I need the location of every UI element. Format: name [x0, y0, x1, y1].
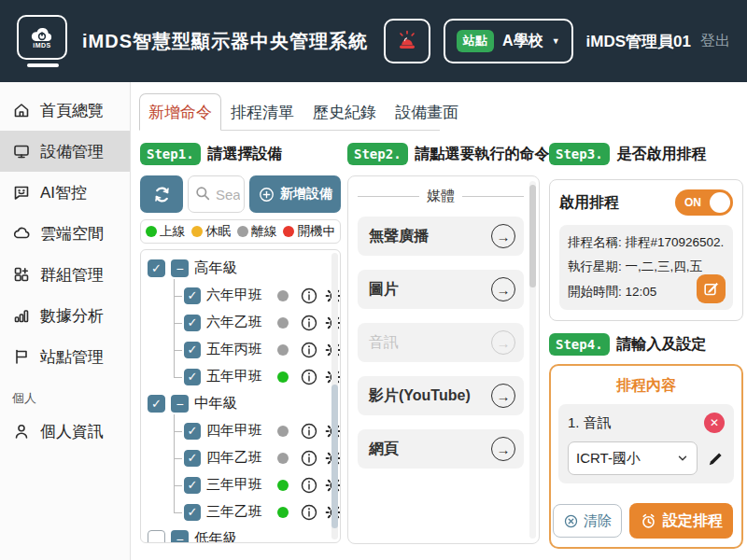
- schedule-content-card: 排程內容 1. 音訊 ICRT-國小: [549, 364, 743, 549]
- pencil-square-icon: [702, 280, 720, 298]
- command-youtube-video[interactable]: 影片(YouTube): [358, 376, 524, 415]
- sidebar-item-groups[interactable]: 群組管理: [0, 254, 130, 295]
- arrow-right-icon: [491, 330, 515, 355]
- media-category-divider: 媒體: [358, 188, 524, 205]
- step4-title: 請輸入及設定: [617, 335, 707, 355]
- device-row: 四年甲班: [174, 417, 325, 444]
- info-icon[interactable]: [300, 368, 318, 386]
- site-selector[interactable]: 站點 A學校: [444, 19, 572, 63]
- step2-header: Step2. 請點選要執行的命令: [347, 140, 540, 168]
- tree-scroll-thumb[interactable]: [331, 385, 338, 528]
- device-name: 四年甲班: [206, 422, 272, 440]
- command-label: 網頁: [369, 440, 491, 459]
- tab-schedule-list[interactable]: 排程清單: [221, 93, 303, 131]
- clear-button[interactable]: 清除: [553, 504, 622, 538]
- legend-booting: 開機中: [283, 223, 335, 240]
- status-dot: [277, 426, 289, 437]
- sidebar: 首頁總覽 設備管理 AI智控 雲端空間 群組管理: [0, 82, 131, 560]
- status-dot: [283, 226, 294, 237]
- device-checkbox[interactable]: [184, 315, 201, 331]
- device-checkbox[interactable]: [184, 287, 201, 304]
- step2-title: 請點選要執行的命令: [416, 145, 550, 164]
- group-checkbox[interactable]: [148, 259, 165, 277]
- command-silent-broadcast[interactable]: 無聲廣播: [358, 217, 524, 256]
- device-checkbox[interactable]: [184, 369, 201, 385]
- device-name: 六年乙班: [206, 314, 272, 331]
- tab-history[interactable]: 歷史紀錄: [303, 93, 386, 131]
- device-checkbox[interactable]: [184, 342, 201, 358]
- set-schedule-button[interactable]: 設定排程: [629, 503, 733, 539]
- logo-text: iMDS: [33, 42, 51, 49]
- arrow-right-icon[interactable]: [491, 437, 515, 461]
- logo-box: iMDS: [17, 15, 67, 60]
- arrow-right-icon[interactable]: [491, 224, 515, 248]
- collapse-minus-icon[interactable]: [171, 530, 189, 543]
- logout-link[interactable]: 登出: [700, 32, 730, 51]
- device-checkbox[interactable]: [184, 450, 201, 467]
- sidebar-item-cloud[interactable]: 雲端空間: [0, 213, 130, 254]
- refresh-button[interactable]: [140, 175, 183, 213]
- arrow-right-icon[interactable]: [491, 277, 515, 301]
- edit-pencil-icon[interactable]: [707, 450, 725, 468]
- info-icon[interactable]: [300, 422, 318, 441]
- group-checkbox[interactable]: [148, 530, 165, 543]
- device-checkbox[interactable]: [184, 423, 201, 440]
- sidebar-item-ai[interactable]: AI智控: [0, 172, 130, 213]
- info-icon[interactable]: [300, 503, 318, 522]
- tab-device-screens[interactable]: 設備畫面: [386, 93, 468, 131]
- device-name: 三年乙班: [206, 503, 272, 521]
- sidebar-item-sites[interactable]: 站點管理: [0, 336, 130, 377]
- collapse-minus-icon[interactable]: [171, 259, 189, 277]
- category-label: 媒體: [427, 188, 455, 205]
- command-image[interactable]: 圖片: [358, 270, 524, 309]
- alarm-siren-button[interactable]: [384, 19, 430, 63]
- tab-new-command[interactable]: 新增命令: [139, 93, 221, 131]
- group-label[interactable]: 低年級: [194, 529, 238, 543]
- device-row: 五年丙班: [174, 336, 325, 363]
- info-icon[interactable]: [300, 314, 318, 332]
- logo-base: [27, 63, 59, 67]
- search-icon: [194, 185, 211, 202]
- command-scrollbar[interactable]: [529, 181, 536, 539]
- device-checkbox[interactable]: [184, 477, 201, 494]
- audio-select[interactable]: ICRT-國小: [568, 441, 698, 475]
- group-grid-icon: [12, 265, 31, 284]
- status-dot: [191, 226, 203, 237]
- device-checkbox[interactable]: [184, 504, 201, 521]
- legend-label: 開機中: [297, 223, 335, 240]
- sidebar-item-label: 群組管理: [40, 264, 104, 286]
- info-icon[interactable]: [300, 476, 318, 495]
- info-icon[interactable]: [300, 449, 318, 468]
- edit-schedule-button[interactable]: [697, 274, 726, 303]
- sidebar-item-profile[interactable]: 個人資訊: [0, 411, 130, 452]
- device-row: 三年乙班: [174, 498, 325, 525]
- sidebar-item-label: 個人資訊: [40, 421, 104, 442]
- group-label[interactable]: 中年級: [194, 394, 238, 413]
- status-dot: [277, 453, 289, 464]
- sidebar-item-analytics[interactable]: 數據分析: [0, 295, 130, 336]
- clear-label: 清除: [584, 512, 612, 530]
- tree-scrollbar[interactable]: [331, 253, 338, 539]
- command-scroll-thumb[interactable]: [529, 185, 536, 287]
- add-device-button[interactable]: 新增設備: [249, 175, 341, 213]
- sidebar-item-devices[interactable]: 設備管理: [0, 131, 130, 172]
- group-label[interactable]: 高年級: [194, 259, 238, 278]
- home-icon: [12, 101, 31, 119]
- arrow-right-icon[interactable]: [491, 384, 515, 408]
- legend-label: 休眠: [205, 223, 231, 240]
- bar-chart-icon: [12, 306, 31, 325]
- step3-column: Step3. 是否啟用排程 啟用排程 ON 排程名稱: 排程#170926502…: [549, 140, 743, 549]
- sidebar-item-home[interactable]: 首頁總覽: [0, 90, 130, 131]
- command-label: 音訊: [369, 333, 491, 353]
- delete-item-icon[interactable]: [704, 413, 725, 433]
- command-webpage[interactable]: 網頁: [358, 429, 524, 469]
- sidebar-item-label: AI智控: [40, 182, 87, 203]
- group-checkbox[interactable]: [148, 395, 165, 413]
- info-icon[interactable]: [300, 341, 318, 359]
- command-label: 無聲廣播: [369, 227, 491, 246]
- collapse-minus-icon[interactable]: [171, 395, 189, 413]
- tree-children: 六年甲班 六年乙班 五年丙班: [174, 282, 325, 390]
- schedule-toggle[interactable]: ON: [675, 189, 733, 216]
- plus-circle-icon: [258, 186, 275, 203]
- info-icon[interactable]: [300, 287, 318, 305]
